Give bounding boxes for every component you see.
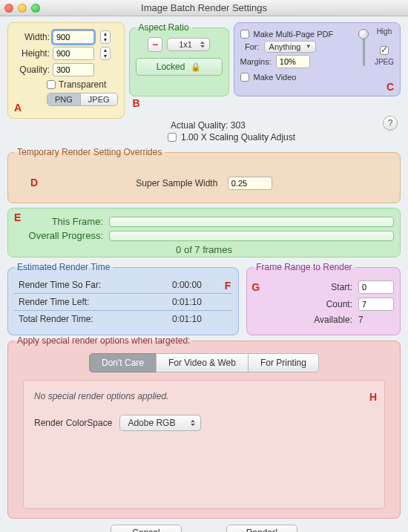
margins-label: Margins:: [240, 57, 272, 66]
width-label: Width:: [14, 32, 50, 42]
start-label: Start:: [300, 282, 352, 292]
special-tab-body: H No special render options applied. Ren…: [23, 380, 385, 509]
aspect-link-icon[interactable]: −: [148, 37, 162, 52]
marker-b: B: [133, 97, 140, 109]
this-frame-progress: [109, 217, 394, 227]
multipage-checkbox[interactable]: [240, 30, 249, 39]
for-dropdown[interactable]: Anything: [264, 41, 316, 53]
rendertime-legend: Estimated Render Time: [14, 262, 113, 272]
colorspace-label: Render ColorSpace: [34, 418, 112, 428]
multipage-label: Make Multi-Page PDF: [254, 30, 334, 39]
rendertime-panel: Estimated Render Time F Render Time So F…: [7, 262, 239, 335]
cancel-button[interactable]: Cancel: [111, 525, 182, 532]
height-input[interactable]: [53, 47, 94, 60]
aspect-legend: Aspect Ratio: [136, 22, 192, 33]
quality-label: Quality:: [14, 65, 50, 75]
total-value: 0:01:10: [168, 311, 232, 328]
start-input[interactable]: [358, 280, 394, 294]
tab-printing[interactable]: For Printing: [248, 353, 319, 372]
transparent-checkbox[interactable]: [47, 80, 56, 89]
height-label: Height:: [14, 48, 50, 59]
marker-a: A: [14, 102, 22, 114]
overall-progress: [109, 231, 394, 241]
available-value: 7: [358, 315, 394, 325]
framerange-panel: Frame Range to Render G Start: Count: Av…: [246, 262, 401, 335]
height-stepper[interactable]: ▲▼: [100, 47, 111, 60]
format-jpeg[interactable]: JPEG: [81, 93, 117, 105]
progress-panel: E This Frame: Overall Progress: 0 of 7 f…: [7, 208, 401, 257]
makevideo-label: Make Video: [254, 73, 297, 82]
total-label: Total Render Time:: [14, 311, 168, 328]
tab-videoweb[interactable]: For Video & Web: [156, 353, 249, 372]
jpeg-toggle-checkbox[interactable]: [380, 46, 389, 55]
slider-high-label: High: [375, 27, 394, 36]
titlebar: Image Batch Render Settings: [0, 0, 408, 16]
special-tabs: Don't Care For Video & Web For Printing: [14, 353, 394, 372]
frames-text: 0 of 7 frames: [14, 244, 394, 255]
this-frame-label: This Frame:: [14, 216, 103, 227]
left-label: Render Time Left:: [14, 294, 168, 311]
makevideo-checkbox[interactable]: [240, 73, 249, 82]
jpeg-toggle-caption: JPEG: [375, 58, 394, 66]
overrides-legend: Temporary Render Setting Overrides: [14, 147, 165, 157]
help-button[interactable]: ?: [383, 116, 398, 131]
overall-label: Overall Progress:: [14, 230, 103, 241]
format-segmented[interactable]: PNG JPEG: [47, 93, 118, 106]
aspect-panel: Aspect Ratio − 1x1 Locked 🔒 B: [129, 22, 229, 96]
for-label: For:: [240, 42, 260, 51]
tab-dontcare[interactable]: Don't Care: [89, 353, 157, 372]
count-input[interactable]: [358, 298, 394, 311]
available-label: Available:: [300, 315, 352, 325]
count-label: Count:: [300, 299, 352, 309]
lock-icon: 🔒: [191, 62, 201, 72]
sofar-label: Render Time So Far:: [14, 277, 168, 294]
special-legend: Apply special render options when target…: [14, 335, 193, 346]
marker-e: E: [14, 211, 21, 223]
marker-c: C: [386, 81, 394, 93]
window-title: Image Batch Render Settings: [0, 2, 408, 13]
marker-d: D: [30, 177, 38, 188]
ssw-input[interactable]: [228, 177, 272, 190]
scaling-label: 1.00 X Scaling Quality Adjust: [181, 132, 295, 142]
size-panel: Width: ▲▼ Height: ▲▼ Quality: Transparen…: [7, 22, 125, 119]
scaling-checkbox[interactable]: [168, 133, 177, 142]
framerange-legend: Frame Range to Render: [253, 262, 355, 272]
transparent-label: Transparent: [59, 79, 106, 90]
colorspace-popup[interactable]: Adobe RGB: [119, 415, 201, 431]
aspect-ratio-popup[interactable]: 1x1: [167, 38, 210, 51]
quality-slider[interactable]: [357, 29, 370, 68]
margins-input[interactable]: [276, 55, 310, 68]
special-note: No special render options applied.: [34, 391, 374, 401]
left-value: 0:01:10: [168, 294, 232, 311]
ssw-label: Super Sample Width: [136, 178, 217, 188]
marker-g: G: [251, 281, 260, 293]
width-input[interactable]: [53, 30, 94, 44]
aspect-locked-button[interactable]: Locked 🔒: [136, 58, 223, 76]
marker-h: H: [369, 391, 377, 403]
width-stepper[interactable]: ▲▼: [100, 30, 111, 44]
render-button[interactable]: Render!: [226, 525, 297, 532]
pdf-panel: Make Multi-Page PDF For: Anything Margin…: [234, 22, 401, 96]
overrides-panel: Temporary Render Setting Overrides D Sup…: [7, 147, 401, 203]
special-panel: Apply special render options when target…: [7, 335, 401, 519]
marker-f: F: [225, 280, 231, 292]
quality-input[interactable]: [53, 63, 94, 76]
aspect-locked-label: Locked: [157, 62, 185, 72]
actual-quality-text: Actual Quality: 303: [171, 120, 401, 131]
format-png[interactable]: PNG: [47, 93, 81, 105]
sofar-value: 0:00:00: [168, 277, 232, 294]
